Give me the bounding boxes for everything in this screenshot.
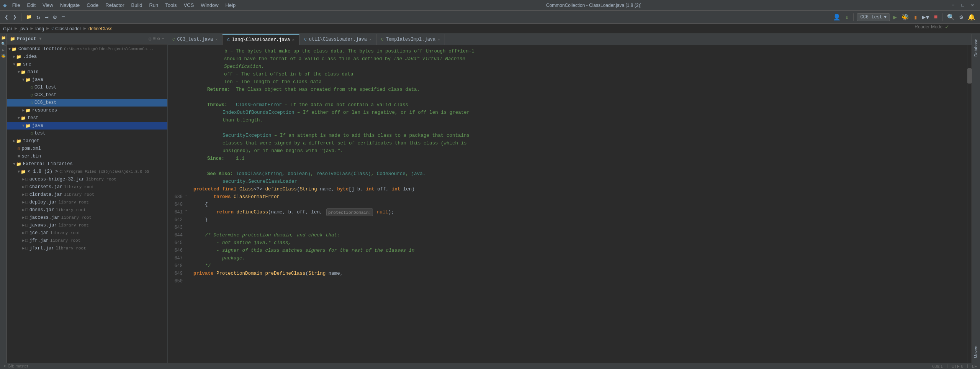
toolbar-close-panel[interactable]: − xyxy=(60,13,67,21)
tree-item-serbin[interactable]: ■ ser.bin xyxy=(7,153,167,160)
tree-item-jdk[interactable]: ▼ 📁 < 1.8 (2) > C:\Program Files (x86)\J… xyxy=(7,168,167,175)
tree-item-jaccess[interactable]: ► □ jaccess.jar library root xyxy=(7,214,167,221)
project-dropdown-arrow[interactable]: ▼ xyxy=(39,37,41,41)
close-button[interactable]: ✕ xyxy=(968,1,977,10)
toolbar-vcs-update[interactable]: ⇓ xyxy=(844,13,851,22)
tab-close-cc3[interactable]: ✕ xyxy=(215,37,218,42)
tab-close-templates[interactable]: ✕ xyxy=(438,37,440,42)
tab-util-classloader[interactable]: C util\ClassLoader.java ✕ xyxy=(299,34,376,45)
param-b: b, xyxy=(354,185,366,193)
run-config-dropdown[interactable]: CC6_test ▼ xyxy=(857,13,890,21)
tab-cc3-test[interactable]: C CC3_test.java ✕ xyxy=(168,34,223,45)
toolbar-sync[interactable]: ↻ xyxy=(35,13,42,22)
scroll-thumb[interactable] xyxy=(967,68,972,84)
tree-item-resources[interactable]: ► 📁 resources xyxy=(7,107,167,114)
tree-item-test[interactable]: ▼ 📁 test xyxy=(7,114,167,122)
left-icon-run[interactable]: ▶ xyxy=(1,48,6,53)
left-icon-find[interactable]: 🔍 xyxy=(1,41,6,47)
menu-edit[interactable]: Edit xyxy=(24,1,39,9)
tree-item-javaws[interactable]: ► □ javaws.jar library root xyxy=(7,221,167,229)
tree-item-java-test[interactable]: ▼ 📁 java xyxy=(7,122,167,130)
menu-view[interactable]: View xyxy=(39,1,56,9)
tree-item-target[interactable]: ► 📁 target xyxy=(7,137,167,145)
settings-gear[interactable]: ⚙ xyxy=(958,13,965,22)
profile-run-button[interactable]: ▶▼ xyxy=(921,13,931,22)
tree-label-serbin: ser.bin xyxy=(22,154,41,159)
collapse-all-icon[interactable]: ≡ xyxy=(153,36,155,42)
menu-bar: ◆ File Edit View Navigate Code Refactor … xyxy=(0,0,980,11)
menu-help[interactable]: Help xyxy=(223,1,239,9)
tree-item-dnsns[interactable]: ► □ dnsns.jar library root xyxy=(7,206,167,214)
breadcrumb-rtjar[interactable]: rt.jar xyxy=(3,26,12,31)
tree-item-main[interactable]: ▼ 📁 main xyxy=(7,68,167,76)
locate-icon[interactable]: ◎ xyxy=(149,36,151,42)
maximize-button[interactable]: □ xyxy=(959,1,967,10)
tree-item-root[interactable]: ▼ 📁 CommonCollection C:\Users\micgo\Idea… xyxy=(7,45,167,53)
tree-item-cc3[interactable]: ◯ CC3_test xyxy=(7,91,167,99)
tree-item-cldrdata[interactable]: ► □ cldrdata.jar library root xyxy=(7,191,167,198)
toolbar-project[interactable]: 📁 xyxy=(25,13,33,21)
toolbar-back[interactable]: ❮ xyxy=(3,13,10,22)
tree-label-jfr: jfr.jar xyxy=(29,238,49,243)
toolbar-profile[interactable]: 👤 xyxy=(831,13,842,22)
tab-classloader[interactable]: C lang\ClassLoader.java ✕ xyxy=(223,34,299,45)
menu-navigate[interactable]: Navigate xyxy=(57,1,83,9)
run-button[interactable]: ▶ xyxy=(892,13,898,22)
separator-4 xyxy=(942,13,942,21)
jce-lib-root: library root xyxy=(50,231,80,235)
tree-item-cc1[interactable]: ◯ CC1_test xyxy=(7,84,167,91)
code-area[interactable]: b – The bytes that make up the class dat… xyxy=(190,45,967,363)
tree-item-charsets[interactable]: ► □ charsets.jar library root xyxy=(7,183,167,191)
tab-templates-impl[interactable]: C TemplatesImpl.java ✕ xyxy=(376,34,445,45)
coverage-button[interactable]: ▮ xyxy=(912,13,919,22)
tree-item-jfr[interactable]: ► □ jfr.jar library root xyxy=(7,237,167,244)
tree-item-test-class[interactable]: ◯ test xyxy=(7,130,167,137)
toolbar-settings[interactable]: ⚙ xyxy=(52,13,59,22)
left-icon-debug[interactable]: 🐝 xyxy=(1,54,6,59)
brace-open: { xyxy=(193,201,208,208)
database-tab[interactable]: Database xyxy=(972,34,980,61)
tree-item-jfxrt[interactable]: ► □ jfxrt.jar library root xyxy=(7,244,167,252)
tree-item-pom[interactable]: m pom.xml xyxy=(7,145,167,153)
tree-item-external-libs[interactable]: ▼ 📁 External Libraries xyxy=(7,160,167,168)
toolbar-autoscroll[interactable]: ⇥ xyxy=(43,13,50,22)
tree-item-deploy[interactable]: ► □ deploy.jar library root xyxy=(7,198,167,206)
doc-line-seealso2: security.SecureClassLoader xyxy=(200,178,964,185)
breadcrumb-lang[interactable]: lang xyxy=(35,26,44,31)
hide-panel-icon[interactable]: − xyxy=(162,36,164,42)
menu-build[interactable]: Build xyxy=(128,1,145,9)
menu-code[interactable]: Code xyxy=(83,1,101,9)
toolbar-forward[interactable]: ❯ xyxy=(11,13,18,22)
breadcrumb-classloader[interactable]: ClassLoader xyxy=(55,26,81,31)
arrow-jce: ► xyxy=(22,231,25,235)
space xyxy=(219,185,223,193)
tab-close-classloader[interactable]: ✕ xyxy=(292,38,294,42)
type-classformat: ClassFormatError xyxy=(234,193,280,201)
tree-item-src[interactable]: ▼ 📁 src xyxy=(7,61,167,68)
menu-file[interactable]: File xyxy=(9,1,23,9)
tree-item-java-main[interactable]: ▼ 📁 java xyxy=(7,76,167,84)
breadcrumb-java[interactable]: java xyxy=(20,26,28,31)
menu-tools[interactable]: Tools xyxy=(162,1,180,9)
menu-window[interactable]: Window xyxy=(198,1,221,9)
left-icon-project[interactable]: 📁 xyxy=(1,35,6,41)
tree-item-idea[interactable]: ► 📁 .idea xyxy=(7,53,167,61)
tree-item-access-bridge[interactable]: ► □ access-bridge-32.jar library root xyxy=(7,175,167,183)
code-line-640: throws ClassFormatError xyxy=(193,193,964,201)
breadcrumb-defineclass[interactable]: defineClass xyxy=(88,26,113,31)
tree-item-jce[interactable]: ► □ jce.jar library root xyxy=(7,229,167,237)
maven-tab[interactable]: Maven xyxy=(972,341,980,363)
doc-line-empty2 xyxy=(200,124,964,132)
tree-item-cc6[interactable]: ◯ CC6_test xyxy=(7,99,167,107)
menu-run[interactable]: Run xyxy=(146,1,161,9)
notifications[interactable]: 🔔 xyxy=(966,13,977,22)
menu-vcs[interactable]: VCS xyxy=(181,1,197,9)
project-options-icon[interactable]: ⚙ xyxy=(157,36,160,42)
stop-button[interactable]: ■ xyxy=(933,13,939,21)
search-everywhere[interactable]: 🔍 xyxy=(946,13,956,22)
tab-close-util-classloader[interactable]: ✕ xyxy=(369,37,371,42)
menu-refactor[interactable]: Refactor xyxy=(102,1,127,9)
debug-button[interactable]: 🐝 xyxy=(900,13,911,22)
minimize-button[interactable]: − xyxy=(949,1,957,10)
space-pd xyxy=(262,270,265,277)
